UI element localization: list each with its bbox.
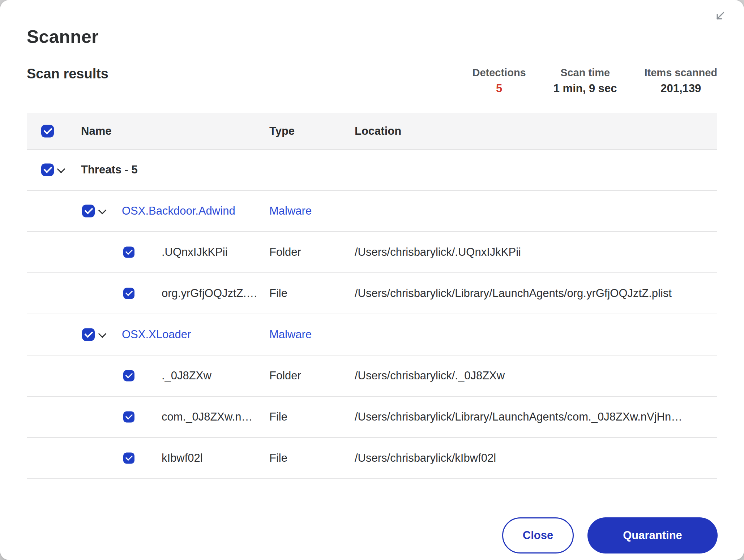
scan-stats: Detections 5 Scan time 1 min, 9 sec Item… xyxy=(472,66,717,94)
chevron-down-icon[interactable] xyxy=(56,165,66,175)
item-type: File xyxy=(269,411,287,423)
select-all-checkbox[interactable] xyxy=(41,125,54,137)
column-header-name: Name xyxy=(81,125,111,137)
item-name: org.yrGfjOQJztZ.… xyxy=(162,287,257,300)
column-header-type: Type xyxy=(269,125,295,137)
scan-results-heading: Scan results xyxy=(27,66,108,81)
threat-item-row: ._0J8ZXw Folder /Users/chrisbarylick/._0… xyxy=(27,356,717,397)
family-name-link[interactable]: OSX.XLoader xyxy=(122,328,191,341)
scan-summary: Scan results Detections 5 Scan time 1 mi… xyxy=(27,66,717,94)
item-name: ._0J8ZXw xyxy=(162,370,211,382)
chevron-down-icon[interactable] xyxy=(98,330,107,339)
threat-item-row: .UQnxIJkKPii Folder /Users/chrisbarylick… xyxy=(27,232,717,273)
item-location: /Users/chrisbarylick/kIbwf02l xyxy=(355,452,496,464)
item-checkbox[interactable] xyxy=(123,412,134,423)
item-location: /Users/chrisbarylick/.UQnxIJkKPii xyxy=(355,246,521,258)
item-type: Folder xyxy=(269,370,301,382)
item-checkbox[interactable] xyxy=(123,247,134,258)
dialog-footer: Close Quarantine xyxy=(502,517,718,553)
item-name: com._0J8ZXw.n… xyxy=(162,411,253,423)
threats-group-label: Threats - 5 xyxy=(81,164,138,176)
family-checkbox[interactable] xyxy=(82,328,95,341)
family-name-link[interactable]: OSX.Backdoor.Adwind xyxy=(122,205,235,217)
item-location: /Users/chrisbarylick/._0J8ZXw xyxy=(355,370,505,382)
threats-group-row: Threats - 5 xyxy=(27,150,717,191)
table-header-row: Name Type Location xyxy=(27,113,717,150)
quarantine-button[interactable]: Quarantine xyxy=(587,517,718,553)
stat-scan-time: Scan time 1 min, 9 sec xyxy=(553,67,617,94)
stat-detections-label: Detections xyxy=(472,67,526,78)
page-title: Scanner xyxy=(27,0,717,46)
item-checkbox[interactable] xyxy=(123,288,134,299)
threats-group-checkbox[interactable] xyxy=(41,164,54,176)
item-type: File xyxy=(269,287,287,300)
stat-items-scanned-value: 201,139 xyxy=(645,83,717,94)
stat-items-scanned: Items scanned 201,139 xyxy=(645,67,717,94)
family-checkbox[interactable] xyxy=(82,205,95,217)
item-checkbox[interactable] xyxy=(123,370,134,382)
threat-item-row: org.yrGfjOQJztZ.… File /Users/chrisbaryl… xyxy=(27,273,717,314)
item-location: /Users/chrisbarylick/Library/LaunchAgent… xyxy=(355,287,672,300)
scanner-dialog: Scanner Scan results Detections 5 Scan t… xyxy=(0,0,744,560)
threat-item-row: com._0J8ZXw.n… File /Users/chrisbarylick… xyxy=(27,397,717,438)
family-type: Malware xyxy=(269,328,312,341)
item-name: .UQnxIJkKPii xyxy=(162,246,228,258)
item-location: /Users/chrisbarylick/Library/LaunchAgent… xyxy=(355,411,682,423)
stat-scan-time-label: Scan time xyxy=(553,67,617,78)
close-button[interactable]: Close xyxy=(502,517,574,553)
threat-item-row: kIbwf02l File /Users/chrisbarylick/kIbwf… xyxy=(27,438,717,479)
malware-family-row: OSX.Backdoor.Adwind Malware xyxy=(27,191,717,232)
stat-scan-time-value: 1 min, 9 sec xyxy=(553,83,617,94)
chevron-down-icon[interactable] xyxy=(98,206,107,216)
item-name: kIbwf02l xyxy=(162,452,203,464)
scan-results-table: Name Type Location Threats - 5 OSX.Backd… xyxy=(27,113,717,479)
stat-items-scanned-label: Items scanned xyxy=(645,67,717,78)
item-type: Folder xyxy=(269,246,301,258)
item-checkbox[interactable] xyxy=(123,453,134,464)
item-type: File xyxy=(269,452,287,464)
family-type: Malware xyxy=(269,205,312,217)
malware-family-row: OSX.XLoader Malware xyxy=(27,314,717,356)
stat-detections-value: 5 xyxy=(472,83,526,94)
stat-detections: Detections 5 xyxy=(472,67,526,94)
column-header-location: Location xyxy=(355,125,401,137)
